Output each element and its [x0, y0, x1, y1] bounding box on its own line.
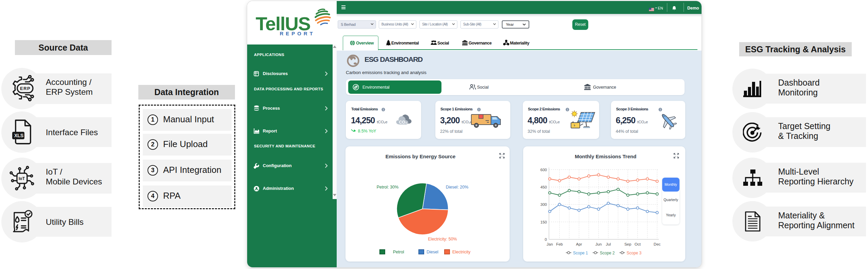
svg-text:Apr: Apr [576, 242, 582, 246]
svg-text:Scope 2: Scope 2 [600, 251, 615, 255]
svg-text:ERP: ERP [20, 86, 31, 91]
svg-text:300: 300 [540, 202, 547, 207]
svg-text:0: 0 [545, 237, 547, 241]
svg-text:Jun: Jun [595, 242, 602, 246]
svg-text:Sep: Sep [624, 242, 631, 246]
svg-text:Jan: Jan [547, 242, 553, 246]
svg-text:Electricity: Electricity [452, 250, 471, 254]
svg-text:XLS: XLS [14, 133, 23, 138]
svg-text:150: 150 [540, 220, 547, 224]
svg-text:CO₂: CO₂ [399, 120, 407, 125]
svg-text:450: 450 [540, 185, 547, 189]
svg-text:Diesel: 20%: Diesel: 20% [446, 185, 469, 190]
svg-text:Dec: Dec [654, 242, 661, 246]
svg-text:Scope 1: Scope 1 [573, 251, 588, 255]
svg-text:Feb: Feb [556, 242, 563, 246]
svg-text:IoT: IoT [19, 176, 25, 181]
svg-text:Petrol: Petrol [393, 250, 404, 254]
svg-text:Scope 3: Scope 3 [627, 251, 642, 255]
svg-text:Oct: Oct [635, 242, 641, 246]
svg-text:Electricity: 50%: Electricity: 50% [428, 237, 457, 241]
svg-text:Jul: Jul [606, 242, 611, 246]
svg-text:Diesel: Diesel [427, 250, 438, 254]
svg-text:600: 600 [540, 168, 547, 172]
svg-text:Petrol: 30%: Petrol: 30% [377, 185, 399, 190]
